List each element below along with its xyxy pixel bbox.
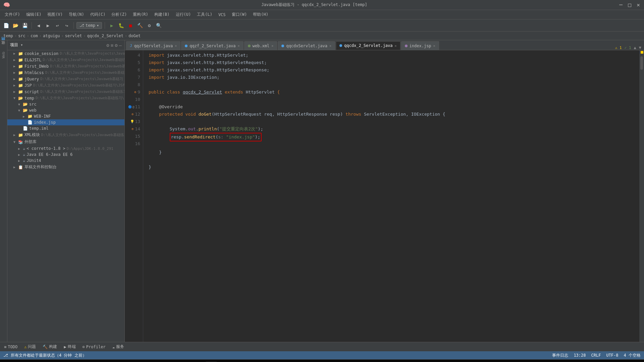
breadcrumb-com[interactable]: com: [31, 34, 38, 38]
tree-item-jquery[interactable]: ▶ 📁 jQuery D:\私人文件夹\JavaProjects\Javaweb…: [7, 76, 124, 82]
breadcrumb-temp[interactable]: temp: [3, 34, 13, 38]
sidebar-icon-2[interactable]: ≡: [111, 43, 113, 48]
tree-item-corretto[interactable]: ▶ ☕ < corretto-1.8 > D:\Apps\JDK-1.8.0_2…: [7, 145, 124, 152]
tree-item-jsp[interactable]: ▶ 📁 JSP D:\私人文件夹\JavaProjects\Javaweb基础习…: [7, 82, 124, 88]
left-tab-structure[interactable]: 结构: [0, 42, 7, 46]
scroll-left-icon[interactable]: ▲: [634, 45, 636, 50]
problems-label: 问题: [28, 344, 36, 350]
menu-analyze[interactable]: 分析(Z): [109, 11, 129, 18]
folder-icon-jquery: 📁: [18, 77, 23, 81]
icon-corretto: ☕: [23, 146, 25, 151]
tab-close-qqzf2[interactable]: ✕: [238, 44, 240, 48]
code-line-16: [143, 141, 639, 149]
build-button[interactable]: 🔨: [136, 21, 144, 29]
search-button[interactable]: 🔍: [155, 21, 163, 29]
sidebar-title: 项目 ▾: [10, 42, 23, 48]
bottom-tab-problems[interactable]: ⚠ 问题: [23, 343, 37, 350]
menu-vcs[interactable]: VCS: [216, 12, 228, 18]
save-button[interactable]: 💾: [21, 21, 29, 29]
bottom-tab-terminal[interactable]: ▶ 终端: [62, 343, 77, 350]
maximize-button[interactable]: □: [627, 3, 632, 7]
tree-item-src[interactable]: ▼ 📂 src: [7, 101, 124, 107]
code-line-15: resp.sendRedirect(s: "index.jsp");: [143, 133, 639, 141]
tab-qqzf2servlet[interactable]: qqzf_2_Servlet.java ✕: [181, 41, 243, 50]
tree-item-el-jstl[interactable]: ▶ 📁 EL&JSTL D:\私人文件夹\JavaProjects\Javawe…: [7, 57, 124, 63]
sidebar-icon-3[interactable]: ⚙: [115, 43, 117, 48]
menu-window[interactable]: 窗口(W): [229, 11, 250, 18]
new-file-button[interactable]: 📄: [2, 21, 10, 29]
tree-item-webinf[interactable]: ▶ 📁 WEB-INF: [7, 113, 124, 119]
tab-qqcdx2servlet[interactable]: qqcdx_2_Servlet.java ✕: [336, 41, 400, 50]
tab-close-indexjsp[interactable]: ✕: [433, 44, 435, 48]
breadcrumb-method[interactable]: doGet: [128, 34, 141, 38]
tree-item-external-libs[interactable]: ▼ 📚 外部库: [7, 138, 124, 145]
bottom-tab-profiler[interactable]: ⊙ Profiler: [81, 344, 107, 350]
menu-build[interactable]: 构建(B): [152, 11, 172, 18]
tab-qqzfservlet[interactable]: J qqzfServlet.java ✕: [126, 41, 180, 50]
status-indent[interactable]: 4 个空格: [624, 353, 641, 358]
menu-refactor[interactable]: 重构(R): [130, 11, 151, 18]
settings-button[interactable]: ⚙: [145, 21, 153, 29]
left-tab-favorites[interactable]: 收藏: [0, 46, 7, 50]
tree-item-temp-iml[interactable]: 📄 temp.iml: [7, 125, 124, 131]
redo-button[interactable]: ↪: [63, 21, 71, 29]
editor-scrollbar[interactable]: [639, 50, 644, 342]
status-line-ending[interactable]: CRLF: [591, 353, 601, 358]
menu-view[interactable]: 视图(V): [45, 11, 65, 18]
tab-close-qqzf[interactable]: ✕: [175, 44, 177, 48]
stop-button[interactable]: ■: [126, 21, 135, 29]
tree-item-javaee[interactable]: ▶ ☕ Java EE 6-Java EE 6: [7, 152, 124, 158]
tree-item-cookie-session[interactable]: ▶ 📁 cookie_session D:\私人文件夹\JavaProjects…: [7, 50, 124, 57]
tab-close-webxml[interactable]: ✕: [271, 44, 273, 48]
undo-button[interactable]: ↩: [53, 21, 61, 29]
tree-item-xml[interactable]: ▶ 📁 XML模块 D:\私人文件夹\JavaProjects\Javaweb基…: [7, 131, 124, 138]
debug-button[interactable]: 🐛: [117, 21, 125, 29]
bottom-tab-todo[interactable]: ≡ TODO: [3, 344, 19, 350]
tree-item-first-dweb[interactable]: ▶ 📁 First_DWeb D:\私人文件夹\JavaProjects\Jav…: [7, 63, 124, 69]
code-content[interactable]: import javax.servlet.http.HttpServlet; i…: [143, 50, 639, 342]
code-line-5: import javax.servlet.http.HttpServletReq…: [143, 59, 639, 66]
tree-item-index-jsp[interactable]: 📄 index.jsp: [7, 119, 124, 125]
tree-item-scratch[interactable]: ▶ 📋 草稿文件和控制台: [7, 164, 124, 171]
status-encoding[interactable]: UTF-8: [606, 353, 618, 358]
bottom-tab-build[interactable]: 🔨 构建: [41, 343, 58, 350]
menu-edit[interactable]: 编辑(E): [23, 11, 44, 18]
tree-item-temp[interactable]: ▼ 📂 temp D:\私人文件夹\JavaProjects\Javaweb基础…: [7, 95, 124, 101]
tab-close-qqcdx[interactable]: ✕: [329, 44, 331, 48]
forward-button[interactable]: ▶: [44, 21, 52, 29]
menu-file[interactable]: 文件(F): [2, 11, 23, 18]
open-button[interactable]: 📂: [11, 21, 19, 29]
scrollbar-thumb[interactable]: [640, 56, 643, 70]
icon-line13-bulb[interactable]: 💡: [130, 118, 134, 125]
code-editor[interactable]: 4 5 6 7 8 ⊕9 10 🔵 @ 11 ⊕12 💡13: [125, 50, 644, 342]
bottom-tab-services[interactable]: ☁ 服务: [111, 343, 125, 350]
tree-item-junit[interactable]: ▶ ☕ JUnit4: [7, 158, 124, 164]
breadcrumb-src[interactable]: src: [18, 34, 25, 38]
tree-item-web[interactable]: ▼ 📂 web: [7, 107, 124, 113]
menu-code[interactable]: 代码(C): [88, 11, 108, 18]
run-button[interactable]: ▶: [108, 21, 116, 29]
close-button[interactable]: ✕: [636, 3, 641, 7]
breadcrumb-class[interactable]: qqcdx_2_Servlet: [87, 34, 123, 38]
tab-webxml[interactable]: web.xml ✕: [244, 41, 277, 50]
tree-item-script[interactable]: ▶ 📁 script D:\私人文件夹\JavaProjects\Javaweb…: [7, 88, 124, 95]
left-tab-web[interactable]: Web: [1, 50, 6, 60]
tab-close-qqcdx2[interactable]: ✕: [395, 44, 397, 48]
tree-item-html-css[interactable]: ▶ 📁 html&css D:\私人文件夹\JavaProjects\Javaw…: [7, 69, 124, 76]
breadcrumb-servlet[interactable]: servlet: [65, 34, 82, 38]
menu-help[interactable]: 帮助(H): [250, 11, 271, 18]
minimize-button[interactable]: ─: [619, 3, 623, 7]
scroll-right-icon[interactable]: ▼: [639, 45, 641, 50]
menu-tools[interactable]: 工具(L): [194, 11, 215, 18]
menu-run[interactable]: 运行(U): [173, 11, 194, 18]
breadcrumb-atguigu[interactable]: atguigu: [43, 34, 60, 38]
status-position[interactable]: 13:28: [574, 353, 586, 358]
back-button[interactable]: ◀: [35, 21, 43, 29]
branch-selector[interactable]: ⎇ temp ▾: [76, 22, 102, 29]
tab-qqcdxservlet[interactable]: qqcdxServlet.java ✕: [278, 41, 335, 50]
sidebar-icon-1[interactable]: ⚙: [106, 43, 109, 48]
sidebar-icon-collapse[interactable]: —: [119, 43, 122, 48]
menu-navigate[interactable]: 导航(N): [66, 11, 87, 18]
status-event-log[interactable]: 事件日志: [552, 353, 568, 358]
tab-indexjsp[interactable]: index.jsp ✕: [401, 41, 439, 50]
